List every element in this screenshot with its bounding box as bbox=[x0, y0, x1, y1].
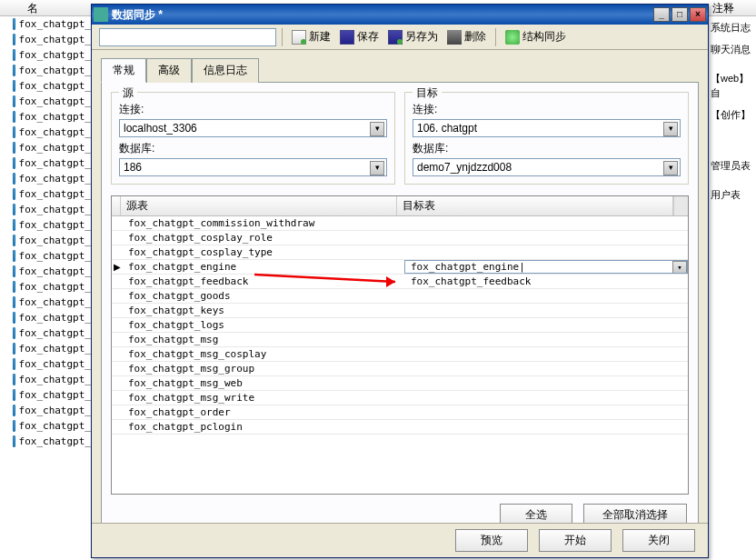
target-db-combo[interactable]: demo7_ynjdzzd008 bbox=[413, 158, 681, 176]
sync-icon bbox=[505, 30, 520, 45]
table-row[interactable]: fox_chatgpt_cosplay_role bbox=[112, 231, 688, 245]
delete-button[interactable]: 删除 bbox=[443, 27, 490, 46]
source-table-cell[interactable]: fox_chatgpt_feedback bbox=[123, 275, 405, 287]
table-row[interactable]: fox_chatgpt_order bbox=[112, 405, 688, 420]
bg-list-item[interactable]: fox_chatgpt_ bbox=[0, 217, 91, 233]
bg-list-item[interactable]: fox_chatgpt_ bbox=[0, 387, 91, 403]
target-fieldset: 目标 连接: 106. chatgpt 数据库: demo7_ynjdzzd00… bbox=[404, 92, 689, 185]
table-icon bbox=[13, 34, 15, 45]
bg-list-item[interactable]: fox_chatgpt_ bbox=[0, 372, 91, 387]
col-target[interactable]: 目标表 bbox=[397, 196, 673, 215]
saveas-button[interactable]: 另存为 bbox=[384, 27, 442, 46]
table-row[interactable]: fox_chatgpt_msg bbox=[112, 333, 688, 347]
bg-list-item[interactable]: fox_chatgpt_ bbox=[0, 418, 91, 434]
bg-list-item[interactable]: fox_chatgpt_ bbox=[0, 403, 91, 418]
table-row[interactable]: fox_chatgpt_msg_web bbox=[112, 376, 688, 391]
bg-list-item[interactable]: fox_chatgpt_ bbox=[0, 325, 91, 341]
bg-list-item[interactable]: fox_chatgpt_ bbox=[0, 295, 91, 310]
new-button[interactable]: 新建 bbox=[288, 27, 334, 46]
table-row[interactable]: fox_chatgpt_logs bbox=[112, 318, 688, 333]
tab-log[interactable]: 信息日志 bbox=[192, 58, 259, 83]
source-table-cell[interactable]: fox_chatgpt_cosplay_role bbox=[123, 232, 405, 244]
table-row[interactable]: fox_chatgpt_pclogin bbox=[112, 420, 688, 435]
target-conn-combo[interactable]: 106. chatgpt bbox=[413, 119, 681, 137]
new-icon bbox=[292, 30, 306, 45]
table-icon bbox=[13, 265, 15, 277]
bg-list-item[interactable]: fox_chatgpt_ bbox=[0, 202, 91, 217]
table-icon bbox=[13, 343, 15, 355]
target-table-cell[interactable]: fox_chatgpt_engine| bbox=[404, 260, 688, 274]
source-table-cell[interactable]: fox_chatgpt_pclogin bbox=[123, 421, 405, 433]
bg-list-item[interactable]: fox_chatgpt_ bbox=[0, 248, 91, 264]
table-row[interactable]: fox_chatgpt_msg_group bbox=[112, 362, 688, 376]
bg-list-item[interactable]: fox_chatgpt_ bbox=[0, 279, 91, 295]
tab-advanced[interactable]: 高级 bbox=[146, 58, 192, 83]
table-icon bbox=[13, 435, 15, 447]
source-table-cell[interactable]: fox_chatgpt_msg bbox=[123, 334, 405, 345]
source-table-cell[interactable]: fox_chatgpt_logs bbox=[123, 319, 405, 331]
bg-list-item[interactable]: fox_chatgpt_ bbox=[0, 140, 91, 155]
start-button[interactable]: 开始 bbox=[539, 529, 612, 552]
save-button[interactable]: 保存 bbox=[336, 27, 383, 46]
bg-list-item[interactable]: fox_chatgpt_ bbox=[0, 32, 91, 47]
table-row[interactable]: fox_chatgpt_cosplay_type bbox=[112, 245, 688, 260]
source-table-cell[interactable]: fox_chatgpt_msg_cosplay bbox=[123, 348, 405, 360]
table-row[interactable]: fox_chatgpt_goods bbox=[112, 289, 688, 304]
right-text-item bbox=[709, 125, 756, 133]
source-legend: 源 bbox=[119, 85, 137, 101]
target-table-cell[interactable]: fox_chatgpt_feedback bbox=[405, 275, 688, 287]
titlebar[interactable]: 数据同步 * _ □ × bbox=[92, 5, 708, 25]
bg-list-item[interactable]: fox_chatgpt_ bbox=[0, 109, 91, 125]
table-icon bbox=[13, 18, 15, 30]
source-table-cell[interactable]: fox_chatgpt_order bbox=[123, 406, 405, 418]
source-table-cell[interactable]: fox_chatgpt_cosplay_type bbox=[123, 246, 405, 258]
bg-list-item[interactable]: fox_chatgpt_ bbox=[0, 47, 91, 63]
source-table-cell[interactable]: fox_chatgpt_engine bbox=[123, 261, 404, 273]
bg-list-item[interactable]: fox_chatgpt_ bbox=[0, 171, 91, 186]
bg-list-item[interactable]: fox_chatgpt_ bbox=[0, 78, 91, 94]
table-row[interactable]: fox_chatgpt_keys bbox=[112, 304, 688, 318]
bg-list-item[interactable]: fox_chatgpt_ bbox=[0, 264, 91, 279]
table-row[interactable]: fox_chatgpt_msg_cosplay bbox=[112, 347, 688, 362]
profile-combo[interactable] bbox=[99, 28, 276, 46]
source-db-label: 数据库: bbox=[119, 141, 387, 156]
bg-list-item[interactable]: fox_chatgpt_ bbox=[0, 63, 91, 78]
struct-sync-button[interactable]: 结构同步 bbox=[502, 27, 570, 46]
source-db-combo[interactable]: 186 bbox=[119, 158, 387, 176]
table-icon bbox=[13, 157, 15, 169]
maximize-button[interactable]: □ bbox=[671, 7, 688, 22]
source-table-cell[interactable]: fox_chatgpt_keys bbox=[123, 305, 405, 316]
source-table-cell[interactable]: fox_chatgpt_msg_web bbox=[123, 377, 405, 389]
bg-list-item[interactable]: fox_chatgpt_ bbox=[0, 94, 91, 109]
target-legend: 目标 bbox=[413, 85, 442, 101]
bg-list-item[interactable]: fox_chatgpt_ bbox=[0, 125, 91, 140]
close-button[interactable]: × bbox=[690, 7, 706, 22]
table-row[interactable]: ▶fox_chatgpt_enginefox_chatgpt_engine| bbox=[112, 260, 688, 275]
minimize-button[interactable]: _ bbox=[653, 7, 670, 22]
bg-list-item[interactable]: fox_chatgpt_ bbox=[0, 186, 91, 202]
bg-list-item[interactable]: fox_chatgpt_ bbox=[0, 233, 91, 248]
table-row[interactable]: fox_chatgpt_commission_withdraw bbox=[112, 216, 688, 231]
right-text-item bbox=[709, 147, 756, 155]
bg-list-item[interactable]: fox_chatgpt_ bbox=[0, 16, 91, 32]
table-row[interactable]: fox_chatgpt_feedbackfox_chatgpt_feedback bbox=[112, 275, 688, 289]
table-row[interactable]: fox_chatgpt_msg_write bbox=[112, 391, 688, 405]
source-table-cell[interactable]: fox_chatgpt_msg_group bbox=[123, 363, 405, 375]
source-table-cell[interactable]: fox_chatgpt_goods bbox=[123, 290, 405, 302]
bg-list-item[interactable]: fox_chatgpt_ bbox=[0, 341, 91, 356]
source-conn-combo[interactable]: localhost_3306 bbox=[119, 119, 387, 137]
bg-list-item[interactable]: fox_chatgpt_ bbox=[0, 155, 91, 171]
bg-list-item[interactable]: fox_chatgpt_ bbox=[0, 310, 91, 325]
tab-general[interactable]: 常规 bbox=[101, 58, 146, 83]
tab-content: 源 连接: localhost_3306 数据库: 186 目标 连接: 106… bbox=[101, 82, 699, 536]
right-text-item: 管理员表 bbox=[709, 155, 756, 176]
table-icon bbox=[13, 173, 15, 185]
col-source[interactable]: 源表 bbox=[121, 196, 397, 215]
preview-button[interactable]: 预览 bbox=[455, 529, 528, 552]
bg-list-item[interactable]: fox_chatgpt_ bbox=[0, 356, 91, 372]
source-table-cell[interactable]: fox_chatgpt_commission_withdraw bbox=[123, 217, 405, 229]
close-dialog-button[interactable]: 关闭 bbox=[622, 529, 695, 552]
table-icon bbox=[13, 235, 15, 246]
source-table-cell[interactable]: fox_chatgpt_msg_write bbox=[123, 392, 405, 404]
bg-list-item[interactable]: fox_chatgpt_ bbox=[0, 434, 91, 449]
